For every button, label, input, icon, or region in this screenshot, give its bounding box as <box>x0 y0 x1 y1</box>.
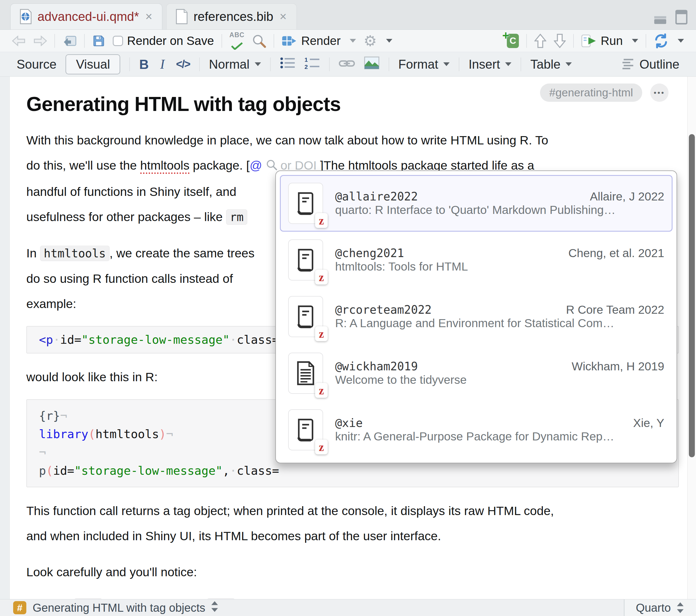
spellcheck-button[interactable]: ABC <box>230 32 245 50</box>
chevron-down-icon <box>566 62 572 66</box>
inline-code: p() <box>207 598 235 599</box>
maximize-pane-icon[interactable] <box>675 10 687 25</box>
go-previous-section-button[interactable] <box>534 34 546 48</box>
divider <box>222 34 222 48</box>
section-sorter-icon[interactable] <box>210 600 219 616</box>
tab-advanced-ui-qmd[interactable]: advanced-ui.qmd* × <box>10 3 162 30</box>
render-dropdown-caret[interactable] <box>350 39 356 43</box>
citation-suggestion-row[interactable]: z @cheng2021 Cheng, et al. 2021 htmltool… <box>280 232 673 288</box>
divider <box>646 34 646 48</box>
document-mode-selector[interactable]: Quarto <box>624 599 696 616</box>
outline-toggle[interactable]: Outline <box>622 57 679 71</box>
mode-sorter-icon <box>676 601 684 614</box>
citation-at-cursor[interactable]: @ <box>250 159 262 172</box>
checkbox-box[interactable] <box>113 36 123 46</box>
divider <box>329 58 330 71</box>
citation-suggestion-row[interactable]: z @xie Xie, Y knitr: A General-Purpose P… <box>280 402 673 458</box>
zotero-badge: z <box>315 213 328 228</box>
settings-dropdown-caret[interactable] <box>386 39 392 43</box>
chevron-down-icon <box>443 62 449 66</box>
section-anchor-badge[interactable]: #generating-html <box>540 83 642 102</box>
minimize-pane-icon[interactable] <box>654 14 667 25</box>
divider <box>84 34 85 48</box>
file-icon <box>175 9 188 24</box>
citation-title: R: A Language and Environment for Statis… <box>335 317 614 330</box>
paragraph-style-select[interactable]: Normal <box>209 57 261 71</box>
citation-title: Welcome to the tidyverse <box>335 373 467 386</box>
insert-chunk-button[interactable]: C+ <box>507 34 519 48</box>
source-toolbar: Render on Save ABC Render ⚙ C+ Run <box>0 30 696 52</box>
inline-code: rm <box>226 209 247 225</box>
editor-tab-bar: advanced-ui.qmd* × references.bib × <box>0 0 696 30</box>
divider <box>54 34 55 48</box>
inline-code: htmltools <box>40 246 110 261</box>
divider <box>526 34 527 48</box>
citation-author: R Core Team 2022 <box>566 303 664 317</box>
current-section-selector[interactable]: Generating HTML with tag objects <box>33 601 205 614</box>
list-item: • The <p> tag has become a p() function … <box>26 593 679 599</box>
divider <box>459 58 459 71</box>
citation-suggestion-row[interactable]: z @allaire2022 Allaire, J 2022 quarto: R… <box>280 175 673 232</box>
table-menu[interactable]: Table <box>530 57 572 71</box>
section-more-button[interactable]: ••• <box>650 83 668 102</box>
pane-controls <box>654 10 687 25</box>
rerun-dropdown-caret[interactable] <box>678 39 684 43</box>
tab-close-icon[interactable]: × <box>144 10 154 23</box>
zotero-badge: z <box>315 440 328 454</box>
run-label: Run <box>601 34 623 48</box>
divider <box>199 58 200 71</box>
citation-key: @allaire2022 <box>335 190 418 203</box>
vertical-scrollbar[interactable] <box>687 77 696 599</box>
bulleted-list-button[interactable] <box>280 56 295 72</box>
save-button[interactable] <box>92 34 105 47</box>
forward-button[interactable] <box>33 35 47 47</box>
citation-suggestion-row[interactable]: z @wickham2019 Wickham, H 2019 Welcome t… <box>280 345 673 402</box>
tab-close-icon[interactable]: × <box>279 10 288 23</box>
insert-link-button[interactable] <box>339 57 355 71</box>
zotero-badge: z <box>315 383 328 398</box>
divider <box>129 58 130 71</box>
citation-key: @cheng2021 <box>335 246 404 260</box>
code-button[interactable]: </> <box>176 58 190 70</box>
insert-image-button[interactable] <box>364 56 379 72</box>
citation-author: Allaire, J 2022 <box>590 190 664 203</box>
rerun-button[interactable] <box>654 33 668 48</box>
render-on-save-label: Render on Save <box>127 34 214 48</box>
italic-button[interactable]: I <box>158 56 167 72</box>
zotero-badge: z <box>315 270 328 285</box>
reference-type-icon: z <box>288 239 323 280</box>
go-next-section-button[interactable] <box>554 34 566 48</box>
format-menu[interactable]: Format <box>398 57 449 71</box>
render-button[interactable]: Render <box>282 34 341 48</box>
tab-filename: references.bib <box>193 10 273 24</box>
numbered-list-button[interactable]: 12 <box>304 56 320 72</box>
render-settings-gear-icon[interactable]: ⚙ <box>363 33 377 48</box>
render-on-save-checkbox[interactable]: Render on Save <box>113 34 214 48</box>
scrollbar-thumb[interactable] <box>689 134 695 457</box>
open-in-new-window-button[interactable] <box>62 35 77 47</box>
divider <box>273 34 274 48</box>
bold-button[interactable]: B <box>139 56 148 72</box>
heading-hash-icon: # <box>13 601 26 614</box>
run-dropdown-caret[interactable] <box>632 39 638 43</box>
back-button[interactable] <box>12 35 26 47</box>
chevron-down-icon <box>255 62 261 66</box>
reference-type-icon: z <box>288 409 323 450</box>
citation-key: @rcoreteam2022 <box>335 303 431 316</box>
citation-suggestion-row[interactable]: z @rcoreteam2022 R Core Team 2022 R: A L… <box>280 288 673 345</box>
reference-type-icon: z <box>288 353 323 394</box>
quarto-document-icon <box>19 9 32 24</box>
source-mode-button[interactable]: Source <box>17 57 57 71</box>
tab-references-bib[interactable]: references.bib × <box>166 3 297 30</box>
find-replace-button[interactable] <box>252 34 266 48</box>
run-button[interactable]: Run <box>581 34 623 48</box>
visual-editor-canvas[interactable]: #generating-html ••• Generating HTML wit… <box>0 77 696 599</box>
inline-code: <p> <box>74 598 102 599</box>
chevron-down-icon <box>505 62 511 66</box>
insert-menu[interactable]: Insert <box>469 57 511 71</box>
divider <box>389 58 389 71</box>
visual-editor-toolbar: Source Visual B I </> Normal 12 Format I… <box>0 52 696 77</box>
search-icon <box>266 160 278 173</box>
visual-mode-button[interactable]: Visual <box>65 54 120 74</box>
citation-key: @wickham2019 <box>335 360 418 373</box>
